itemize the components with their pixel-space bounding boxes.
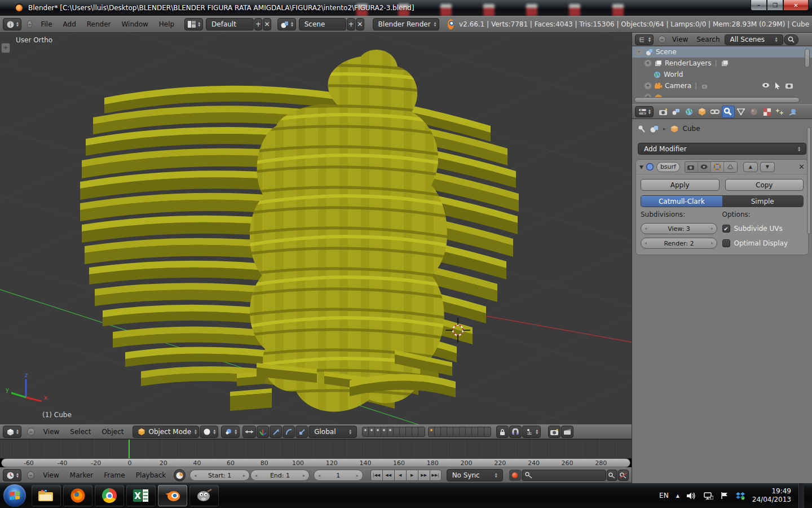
transform-orientation-dropdown[interactable]: Global ▲▼ [308, 426, 357, 438]
menu-render[interactable]: Render [82, 19, 116, 30]
minimize-button[interactable]: – [751, 0, 767, 11]
current-frame-cursor[interactable] [129, 440, 130, 459]
timeline-scrubber[interactable]: -60-40-200204060801001201401601802002202… [1, 458, 630, 467]
layer-toggle[interactable] [418, 427, 425, 436]
screen-layout-field[interactable]: Default [206, 18, 254, 30]
play-button[interactable]: ▶ [406, 470, 418, 481]
3d-viewport[interactable]: User Ortho + (1) Cube z x y [0, 33, 632, 424]
layer-toggle[interactable] [484, 427, 491, 436]
opengl-render-image-button[interactable] [548, 426, 561, 438]
next-keyframe-button[interactable]: ▶▶ [418, 470, 430, 481]
pivot-point-dropdown[interactable]: ▲▼ [221, 426, 240, 438]
menu-view[interactable]: View [38, 470, 64, 481]
rotate-manipulator-button[interactable] [283, 426, 295, 438]
delete-keyframe-button[interactable] [618, 470, 629, 481]
modifier-view-toggle[interactable] [698, 162, 711, 172]
jump-to-start-button[interactable]: |◀◀ [370, 470, 382, 481]
lock-to-scene-button[interactable] [496, 426, 509, 438]
menu-frame[interactable]: Frame [99, 470, 130, 481]
layer-toggle[interactable] [429, 427, 435, 436]
start-button[interactable] [3, 484, 26, 507]
layer-toggle[interactable] [387, 427, 394, 436]
tab-world[interactable] [683, 106, 696, 118]
apply-button[interactable]: Apply [641, 179, 720, 191]
taskbar-firefox-button[interactable] [63, 485, 92, 506]
taskbar-chrome-button[interactable] [95, 485, 124, 506]
outliner-horizontal-scrollbar[interactable] [634, 97, 800, 103]
taskbar-excel-button[interactable]: X [126, 485, 156, 506]
menu-window[interactable]: Window [117, 19, 153, 30]
renderability-camera-icon[interactable] [785, 82, 793, 89]
layer-toggle[interactable] [369, 427, 375, 436]
opengl-render-anim-button[interactable] [561, 426, 573, 438]
add-scene-button[interactable]: + [347, 18, 355, 30]
add-layout-button[interactable]: + [254, 18, 263, 30]
layer-toggle[interactable] [460, 427, 466, 436]
tab-material[interactable] [748, 106, 761, 118]
taskbar-explorer-button[interactable] [32, 485, 61, 506]
sync-dropdown[interactable]: No Sync ▲▼ [447, 469, 503, 481]
play-reverse-button[interactable]: ◀ [394, 470, 406, 481]
translate-manipulator-button[interactable] [270, 426, 282, 438]
delete-layout-button[interactable]: ✕ [263, 18, 271, 30]
modifier-editmode-toggle[interactable] [711, 162, 724, 172]
menu-select[interactable]: Select [65, 426, 96, 437]
render-engine-dropdown[interactable]: Blender Render ▲▼ [373, 18, 439, 30]
editor-type-properties-button[interactable]: ▲▼ [635, 106, 654, 117]
tab-object[interactable] [696, 106, 709, 118]
menu-help[interactable]: Help [154, 19, 179, 30]
current-frame-field[interactable]: ◂ 1 ▸ [314, 470, 363, 481]
menu-playback[interactable]: Playback [131, 470, 171, 481]
editor-type-3dview-button[interactable]: ▲▼ [3, 426, 21, 438]
use-preview-range-button[interactable] [174, 469, 186, 481]
tab-render-layers[interactable] [670, 106, 683, 118]
delete-modifier-button[interactable]: ✕ [798, 163, 805, 171]
mode-dropdown[interactable]: Object Mode ▲▼ [133, 426, 199, 438]
tab-constraints[interactable] [709, 106, 722, 118]
menu-search[interactable]: Search [692, 34, 723, 45]
menu-marker[interactable]: Marker [65, 470, 98, 481]
keying-set-field[interactable] [522, 470, 606, 481]
collapse-menus-button[interactable]: – [27, 20, 33, 28]
end-frame-slider[interactable]: ◂ End: 1 ▸ [250, 470, 310, 481]
taskbar-blender-button[interactable] [158, 485, 187, 506]
expand-toggle-icon[interactable]: + [645, 60, 651, 67]
viewport-shading-dropdown[interactable]: ▲▼ [200, 426, 218, 438]
scene-icon-button[interactable]: ▲▼ [277, 18, 296, 30]
subdivide-uvs-checkbox[interactable]: ✔ [722, 225, 730, 233]
modifier-cage-toggle[interactable] [724, 162, 737, 172]
snap-element-dropdown[interactable]: ▲▼ [522, 426, 541, 438]
collapse-menus-button[interactable]: – [27, 471, 34, 479]
catmull-clark-toggle[interactable]: Catmull-Clark [641, 196, 722, 207]
layer-toggle[interactable] [447, 427, 453, 436]
menu-view[interactable]: View [668, 34, 692, 45]
modifier-name-input[interactable] [656, 162, 680, 172]
move-modifier-up-button[interactable]: ▲ [743, 162, 758, 172]
render-subdivisions-slider[interactable]: ◂Render: 2▸ [641, 238, 717, 249]
editor-type-info-button[interactable]: i ▲▼ [3, 18, 21, 30]
timeline-canvas[interactable] [0, 439, 632, 458]
layer-toggle[interactable] [441, 427, 447, 436]
layers-group-2[interactable] [428, 427, 491, 437]
manipulator-axes-button[interactable] [257, 426, 269, 438]
add-modifier-dropdown[interactable]: Add Modifier ▲▼ [638, 143, 806, 155]
visibility-eye-icon[interactable] [762, 82, 770, 88]
copy-button[interactable]: Copy [725, 179, 804, 191]
optimal-display-checkbox[interactable] [722, 239, 730, 247]
tab-texture[interactable] [761, 106, 774, 118]
language-indicator[interactable]: EN [659, 492, 669, 500]
menu-object[interactable]: Object [96, 426, 129, 437]
region-expand-tab[interactable]: + [1, 43, 10, 53]
properties-vertical-scrollbar[interactable] [807, 127, 811, 234]
tab-particles[interactable] [774, 106, 787, 118]
screen-layout-icon-button[interactable]: ▲▼ [184, 18, 203, 30]
outliner-row-scene[interactable]: – Scene [632, 46, 812, 58]
tab-physics[interactable] [787, 106, 800, 118]
volume-icon[interactable] [687, 492, 696, 500]
modifier-render-toggle[interactable] [685, 162, 698, 172]
scale-manipulator-button[interactable] [295, 426, 308, 438]
layer-toggle[interactable] [453, 427, 460, 436]
panel-collapse-icon[interactable]: ▼ [639, 164, 643, 170]
outliner-filter-dropdown[interactable]: All Scenes ▲▼ [725, 34, 783, 45]
tab-render[interactable] [657, 106, 670, 118]
